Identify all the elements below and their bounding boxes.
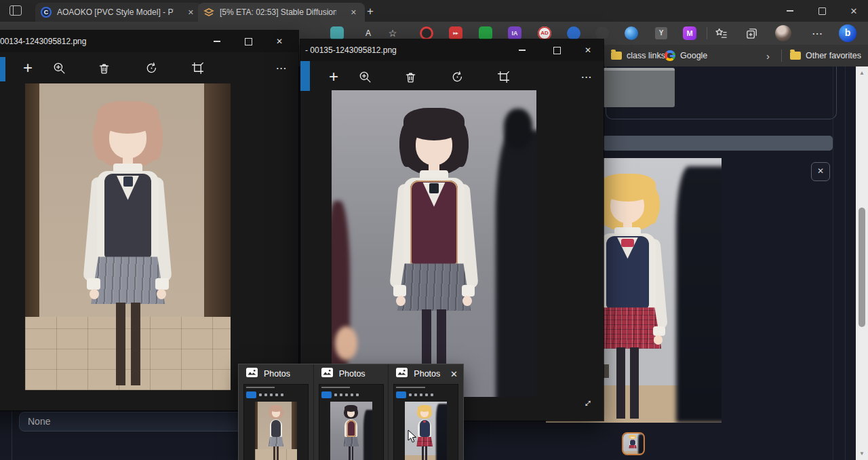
favorite-label: class links bbox=[627, 51, 665, 60]
star-extension-icon[interactable]: ☆ bbox=[386, 26, 399, 40]
favorites-icon[interactable] bbox=[713, 26, 729, 41]
profile-avatar[interactable] bbox=[775, 25, 791, 41]
gallery-thumbnail-selected[interactable] bbox=[622, 432, 645, 455]
none-dropdown[interactable]: None bbox=[19, 412, 252, 432]
preview-app-label: Photos bbox=[339, 369, 366, 379]
collections-icon[interactable] bbox=[743, 26, 760, 41]
window-minimize-button[interactable] bbox=[777, 0, 803, 22]
rotate-icon[interactable] bbox=[449, 69, 465, 85]
photos-window-1: 00134-1243095812.png ✕ + ⋯ bbox=[0, 31, 298, 410]
favorites-overflow-chevron[interactable]: › bbox=[766, 45, 770, 66]
ad-extension-icon[interactable]: AD bbox=[538, 26, 551, 40]
folder-icon bbox=[790, 52, 801, 60]
tab-title: AOAOKO [PVC Style Model] - PV bbox=[57, 7, 174, 17]
crop-icon[interactable] bbox=[495, 69, 511, 85]
photo-image-00135[interactable] bbox=[332, 90, 536, 397]
more-icon[interactable]: ⋯ bbox=[273, 60, 290, 76]
progress-bar bbox=[602, 136, 833, 151]
favbar-divider bbox=[781, 50, 782, 62]
blue-extension-icon[interactable] bbox=[567, 26, 580, 40]
mini-window-preview[interactable] bbox=[394, 385, 458, 460]
photos-2-title: - 00135-1243095812.png bbox=[305, 45, 397, 55]
new-tab-button[interactable]: + bbox=[362, 3, 378, 20]
civitai-favicon-icon: C bbox=[41, 7, 52, 18]
taskbar-preview-card[interactable]: Photos bbox=[239, 364, 314, 460]
photos-2-titlebar[interactable]: - 00135-1243095812.png ✕ bbox=[300, 39, 604, 61]
settings-more-icon[interactable]: ⋯ bbox=[809, 26, 825, 41]
more-icon[interactable]: ⋯ bbox=[578, 69, 595, 85]
taskbar-preview-card[interactable]: Photos ✕ bbox=[389, 364, 463, 460]
scroll-up-icon[interactable]: ▲ bbox=[856, 70, 868, 76]
add-icon[interactable]: + bbox=[20, 60, 36, 76]
dark-extension-icon[interactable] bbox=[595, 26, 609, 40]
photos-app-icon bbox=[321, 368, 333, 380]
favorites-folder-class-links[interactable]: class links bbox=[611, 45, 665, 66]
photos-1-titlebar[interactable]: 00134-1243095812.png ✕ bbox=[0, 31, 298, 52]
expand-icon[interactable]: ↔ bbox=[578, 394, 595, 411]
m-extension-icon[interactable]: M bbox=[683, 26, 696, 40]
red-ring-extension-icon[interactable] bbox=[420, 26, 433, 40]
window-restore-button[interactable] bbox=[809, 0, 835, 22]
close-icon[interactable]: ✕ bbox=[266, 31, 293, 52]
mouse-cursor bbox=[408, 429, 418, 446]
see-all-photos-button[interactable] bbox=[0, 57, 5, 81]
tab-close-icon[interactable]: ✕ bbox=[348, 7, 359, 18]
teal-extension-icon[interactable] bbox=[330, 26, 344, 40]
tab-title: [5% ETA: 02:53] Stable Diffusion bbox=[220, 7, 336, 17]
see-all-photos-chip bbox=[246, 391, 256, 398]
photos-app-icon bbox=[246, 368, 258, 380]
bing-icon[interactable]: b bbox=[839, 24, 856, 42]
minimize-icon[interactable] bbox=[203, 31, 231, 52]
photo-image-00134[interactable] bbox=[25, 83, 231, 390]
scrollbar-thumb[interactable] bbox=[859, 208, 865, 327]
tab-close-icon[interactable]: ✕ bbox=[185, 7, 197, 18]
delete-icon[interactable] bbox=[96, 60, 112, 76]
rotate-icon[interactable] bbox=[143, 60, 159, 76]
gradio-favicon-icon bbox=[203, 7, 214, 18]
window-close-button[interactable]: ✕ bbox=[841, 0, 867, 22]
other-favorites-folder[interactable]: Other favorites bbox=[790, 45, 861, 66]
photos-1-toolbar: + ⋯ bbox=[0, 52, 298, 83]
add-icon[interactable]: + bbox=[326, 69, 342, 85]
preview-app-label: Photos bbox=[264, 369, 290, 379]
image-close-button[interactable]: ✕ bbox=[811, 162, 830, 181]
folder-icon bbox=[611, 52, 622, 60]
tab-stable-diffusion[interactable]: [5% ETA: 02:53] Stable Diffusion ✕ bbox=[198, 3, 365, 22]
preview-close-icon[interactable]: ✕ bbox=[450, 369, 458, 379]
favorite-label: Google bbox=[680, 51, 707, 60]
ia-extension-icon[interactable]: IA bbox=[508, 26, 521, 40]
crop-icon[interactable] bbox=[189, 60, 205, 76]
see-all-photos-chip bbox=[321, 391, 332, 398]
tab-layout-icon[interactable] bbox=[9, 5, 23, 16]
see-all-photos-chip bbox=[396, 391, 406, 398]
zoom-icon[interactable] bbox=[357, 69, 373, 85]
taskbar-preview-card[interactable]: Photos bbox=[314, 364, 389, 460]
favorite-google[interactable]: Google bbox=[665, 45, 707, 66]
green-extension-icon[interactable] bbox=[479, 26, 492, 40]
signal-extension-icon[interactable]: A bbox=[361, 26, 375, 40]
minimize-icon[interactable] bbox=[509, 39, 536, 61]
photos-2-toolbar: + ⋯ bbox=[300, 61, 604, 92]
maximize-icon[interactable] bbox=[543, 39, 570, 61]
page-scrollbar[interactable]: ▲ ▼ bbox=[856, 66, 868, 460]
scroll-down-icon[interactable]: ▼ bbox=[856, 451, 868, 457]
see-all-photos-button[interactable] bbox=[300, 61, 310, 91]
mini-window-preview[interactable] bbox=[244, 385, 308, 460]
y-extension-icon[interactable]: Y bbox=[655, 27, 667, 39]
delete-icon[interactable] bbox=[402, 69, 418, 85]
gray-button[interactable] bbox=[602, 68, 675, 107]
mini-window-preview[interactable] bbox=[319, 385, 383, 460]
column-divider bbox=[833, 66, 833, 460]
panel-edge bbox=[12, 410, 12, 460]
other-favorites-label: Other favorites bbox=[806, 51, 861, 60]
zoom-icon[interactable] bbox=[51, 60, 67, 76]
toolbar-divider bbox=[707, 27, 707, 39]
globe-extension-icon[interactable] bbox=[625, 26, 638, 40]
taskbar-preview-popup: Photos Photos bbox=[239, 364, 463, 460]
tab-civitai[interactable]: C AOAOKO [PVC Style Model] - PV ✕ bbox=[35, 3, 202, 22]
chevron-right-icon: › bbox=[766, 50, 770, 62]
red-media-extension-icon[interactable]: ▸▸ bbox=[449, 26, 462, 40]
maximize-icon[interactable] bbox=[235, 31, 262, 52]
photos-1-title: 00134-1243095812.png bbox=[0, 37, 86, 46]
close-icon[interactable]: ✕ bbox=[574, 39, 601, 61]
